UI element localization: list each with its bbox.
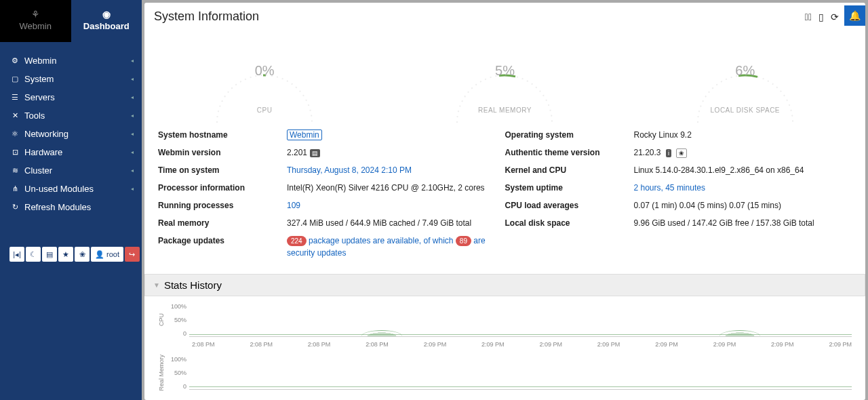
terminal-button[interactable]: ▤ xyxy=(42,247,57,262)
sidebar-item-networking[interactable]: ⚛Networking◂ xyxy=(0,125,142,143)
gauge-cpu-pct: 0% xyxy=(203,63,326,79)
tab-dashboard-label: Dashboard xyxy=(83,21,130,31)
ytick: 0 xyxy=(167,383,186,390)
chevron-left-icon: ◂ xyxy=(131,113,134,119)
pkg-badge-sec: 89 xyxy=(456,236,471,246)
pkg-label: Package updates xyxy=(158,235,287,259)
chart-cpu-xaxis: 2:08 PM 2:08 PM 2:08 PM 2:08 PM 2:09 PM … xyxy=(158,341,852,348)
sidebar-item-label: Webmin xyxy=(24,56,56,66)
sidebar-item-servers[interactable]: ☰Servers◂ xyxy=(0,88,142,106)
kernel-label: Kernel and CPU xyxy=(505,164,634,176)
sidebar-item-label: System xyxy=(24,74,54,84)
sidebar-item-label: Un-used Modules xyxy=(24,184,94,194)
sidebar-item-tools[interactable]: ✕Tools◂ xyxy=(0,106,142,125)
main-area: System Information ？⃝ ▯ ⟳ 🔔 0% CPU xyxy=(142,0,868,400)
sidebar-item-label: Cluster xyxy=(24,165,52,176)
sidebar-bottom-bar: |◂| ☾ ▤ ★ ❀ 👤root ↪ xyxy=(9,247,140,262)
chart-mem-yaxis: 100% 50% 0 xyxy=(167,356,189,390)
page-title: System Information xyxy=(154,9,259,24)
info-icon[interactable]: i xyxy=(666,149,671,157)
cpuinfo-label: Processor information xyxy=(158,182,287,194)
stats-body: CPU 100% 50% 0 2:08 PM 2:08 PM 2: xyxy=(144,296,865,400)
chevron-left-icon: ◂ xyxy=(131,58,134,64)
gauge-disk-pct: 6% xyxy=(684,63,806,79)
sidebar-item-refresh[interactable]: ↻Refresh Modules xyxy=(0,198,142,216)
chart-cpu-area xyxy=(189,303,852,337)
gauges-row: 0% CPU 5% REAL MEMORY xyxy=(144,28,865,121)
xtick: 2:09 PM xyxy=(771,341,794,348)
xtick: 2:08 PM xyxy=(192,341,215,348)
cpuinfo-value: Intel(R) Xeon(R) Silver 4216 CPU @ 2.10G… xyxy=(287,182,505,194)
sidebar-menu: ⚙Webmin◂ ▢System◂ ☰Servers◂ ✕Tools◂ ⚛Net… xyxy=(0,42,142,216)
pkg-value: 224 package updates are available, of wh… xyxy=(287,235,505,259)
chart-mem-ylabel: Real Memory xyxy=(158,355,167,391)
time-label: Time on system xyxy=(158,164,287,176)
uptime-link[interactable]: 2 hours, 45 minutes xyxy=(634,183,705,193)
mem-label: Real memory xyxy=(158,217,287,229)
disk-value: 9.96 GiB used / 147.42 GiB free / 157.38… xyxy=(634,217,852,229)
stats-header[interactable]: ▼Stats History xyxy=(144,274,865,296)
user-icon: 👤 xyxy=(95,250,104,259)
sidebar-item-unused[interactable]: ⋔Un-used Modules◂ xyxy=(0,180,142,198)
theme-value: 21.20.3 xyxy=(634,148,661,157)
sidebar-item-webmin[interactable]: ⚙Webmin◂ xyxy=(0,52,142,70)
chart-mem: Real Memory 100% 50% 0 xyxy=(158,355,852,391)
gauge-cpu: 0% CPU xyxy=(203,41,326,114)
content-panel: System Information ？⃝ ▯ ⟳ 🔔 0% CPU xyxy=(144,3,865,400)
time-link[interactable]: Thursday, August 8, 2024 2:10 PM xyxy=(287,165,412,175)
xtick: 2:08 PM xyxy=(308,341,331,348)
mem-value: 327.4 MiB used / 644.9 MiB cached / 7.49… xyxy=(287,217,505,229)
gauge-memory-pct: 5% xyxy=(443,63,566,79)
drive-icon: ⊡ xyxy=(9,148,20,157)
servers-icon: ☰ xyxy=(9,93,20,102)
chevron-down-icon: ▼ xyxy=(153,281,160,289)
sidebar-item-cluster[interactable]: ≋Cluster◂ xyxy=(0,161,142,180)
sidebar-item-system[interactable]: ▢System◂ xyxy=(0,70,142,88)
xtick: 2:09 PM xyxy=(829,341,852,348)
tab-webmin[interactable]: ⚘ Webmin xyxy=(0,0,71,42)
chart-cpu: CPU 100% 50% 0 xyxy=(158,303,852,337)
chevron-left-icon: ◂ xyxy=(131,186,134,192)
logout-button[interactable]: ↪ xyxy=(125,247,140,262)
ytick: 100% xyxy=(167,303,186,310)
sidebar-item-label: Networking xyxy=(24,129,68,139)
ytick: 100% xyxy=(167,356,186,363)
night-mode-button[interactable]: ☾ xyxy=(26,247,41,262)
chevron-left-icon: ◂ xyxy=(131,94,134,100)
refresh-icon[interactable]: ⟳ xyxy=(829,10,840,24)
gauge-icon: ⚘ xyxy=(0,9,71,20)
user-label: root xyxy=(106,250,119,258)
help-icon[interactable]: ？⃝ xyxy=(804,10,813,24)
language-button[interactable]: ❀ xyxy=(75,247,90,262)
tab-dashboard[interactable]: ◉ Dashboard xyxy=(71,0,142,42)
pkg-link1[interactable]: package updates are available, of which xyxy=(309,236,453,245)
load-label: CPU load averages xyxy=(505,199,634,212)
xtick: 2:09 PM xyxy=(539,341,562,348)
sidebar-item-label: Refresh Modules xyxy=(24,202,91,212)
pkg-badge-total: 224 xyxy=(287,236,307,246)
chart-cpu-ylabel: CPU xyxy=(158,313,167,326)
monitor-icon: ▢ xyxy=(9,75,20,83)
disk-label: Local disk space xyxy=(505,217,634,229)
chevron-left-icon: ◂ xyxy=(131,131,134,137)
toggle-panel-button[interactable]: |◂| xyxy=(9,247,24,262)
stats-panel: ▼Stats History CPU 100% 50% 0 xyxy=(144,274,865,400)
chart-cpu-yaxis: 100% 50% 0 xyxy=(167,303,189,337)
ytick: 0 xyxy=(167,330,186,337)
sidebar-item-hardware[interactable]: ⊡Hardware◂ xyxy=(0,143,142,161)
procs-link[interactable]: 109 xyxy=(287,201,300,210)
clipboard-icon[interactable]: ▯ xyxy=(817,10,825,24)
uptime-label: System uptime xyxy=(505,182,634,194)
xtick: 2:09 PM xyxy=(481,341,505,348)
gear-icon: ⚙ xyxy=(9,56,20,65)
dashboard-icon: ◉ xyxy=(71,9,142,20)
load-value: 0.07 (1 min) 0.04 (5 mins) 0.07 (15 mins… xyxy=(634,199,852,212)
bell-icon[interactable]: 🔔 xyxy=(844,5,865,26)
xtick: 2:09 PM xyxy=(713,341,736,348)
header-actions: ？⃝ ▯ ⟳ 🔔 xyxy=(804,10,856,24)
chevron-left-icon: ◂ xyxy=(131,76,134,82)
xtick: 2:09 PM xyxy=(424,341,447,348)
user-button[interactable]: 👤root xyxy=(91,247,123,262)
favorites-button[interactable]: ★ xyxy=(58,247,73,262)
network-icon: ⚛ xyxy=(9,129,20,138)
